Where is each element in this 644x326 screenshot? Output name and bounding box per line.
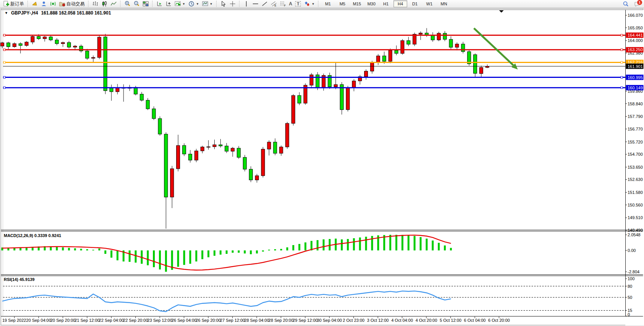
auto-trading-button[interactable]: 自动交易 [58, 0, 86, 8]
horizontal-line-tool-button[interactable] [251, 0, 260, 8]
text-label-tool-button[interactable]: T [294, 0, 302, 8]
tile-windows-button[interactable] [141, 0, 150, 8]
svg-text:163.250: 163.250 [628, 47, 643, 52]
toolbar-separator [239, 1, 240, 7]
svg-text:6 Oct 20:00: 6 Oct 20:00 [488, 318, 510, 323]
timeframe-button-M5[interactable]: M5 [336, 0, 349, 7]
svg-text:160.995: 160.995 [628, 75, 643, 80]
toolbar-separator [216, 1, 217, 7]
svg-text:26 Sep 04:00: 26 Sep 04:00 [172, 318, 196, 323]
text-tool-button[interactable]: A [287, 0, 294, 8]
channel-letter: E [275, 4, 276, 7]
svg-text:80: 80 [628, 284, 632, 289]
svg-text:20 Sep 04:00: 20 Sep 04:00 [26, 318, 51, 323]
vertical-line-icon [243, 1, 249, 7]
svg-text:156.770: 156.770 [628, 127, 643, 131]
svg-text:5 Oct 12:00: 5 Oct 12:00 [440, 318, 461, 323]
zoom-in-button[interactable] [123, 0, 132, 8]
indicator-list-button[interactable] [164, 0, 173, 8]
svg-text:27 Sep 12:00: 27 Sep 12:00 [220, 318, 245, 323]
chart-title-bar: ▼ GBPJPY-,H4 161.888 162.058 161.880 161… [5, 10, 111, 16]
template-icon [202, 1, 208, 7]
notification-badge: 1 [637, 0, 642, 5]
svg-text:-2.804: -2.804 [628, 270, 639, 274]
new-order-label: 新订单 [10, 1, 24, 7]
cursor-icon [220, 1, 226, 7]
crosshair-tool-button[interactable] [228, 0, 237, 8]
bar-chart-type-button[interactable] [91, 0, 100, 8]
svg-text:149.510: 149.510 [628, 215, 643, 220]
indicator-window-button[interactable] [155, 0, 164, 8]
svg-text:150.560: 150.560 [628, 203, 643, 207]
timeframe-button-H1[interactable]: H1 [379, 0, 393, 7]
toolbar-right-group: 1 [621, 0, 642, 8]
rsi-value: 45.9139 [19, 277, 35, 282]
new-order-button[interactable]: 新订单 [2, 0, 26, 8]
svg-text:158.840: 158.840 [628, 102, 643, 106]
line-chart-icon [111, 1, 117, 7]
svg-text:4 Oct 04:00: 4 Oct 04:00 [391, 318, 413, 323]
fibonacci-tool-button[interactable]: F [278, 0, 287, 8]
template-button[interactable]: ▼ [201, 0, 214, 8]
chart-symbol-title: GBPJPY-,H4 [11, 10, 38, 16]
svg-text:20 Sep 20:00: 20 Sep 20:00 [50, 318, 75, 323]
arrows-icon [304, 1, 310, 7]
experts-button[interactable] [39, 0, 48, 8]
svg-text:165.050: 165.050 [628, 26, 643, 30]
timeframe-button-M15[interactable]: M15 [350, 0, 364, 7]
timeframe-button-D1[interactable]: D1 [408, 0, 422, 7]
svg-text:6 Oct 04:00: 6 Oct 04:00 [464, 318, 486, 323]
collapse-triangle-icon[interactable]: ▼ [5, 11, 8, 15]
main-toolbar: 新订单 自动交易 [0, 0, 644, 8]
timeframe-button-MN[interactable]: MN [437, 0, 451, 7]
timeframe-button-M30[interactable]: M30 [365, 0, 378, 7]
line-chart-type-button[interactable] [109, 0, 118, 8]
zoom-out-button[interactable] [132, 0, 141, 8]
vertical-line-tool-button[interactable] [242, 0, 251, 8]
cursor-tool-button[interactable] [219, 0, 228, 8]
svg-text:100: 100 [628, 276, 634, 281]
search-button[interactable] [621, 0, 630, 8]
svg-text:29 Sep 12:00: 29 Sep 12:00 [293, 318, 318, 323]
channel-tool-button[interactable]: E [269, 0, 278, 8]
horizontal-line-icon [252, 1, 259, 7]
toolbar-separator [27, 1, 28, 7]
chevron-down-icon: ▼ [210, 2, 213, 6]
chat-bubble-icon: 1 [634, 1, 640, 7]
zoom-out-icon [133, 1, 140, 7]
svg-text:0.00: 0.00 [628, 248, 636, 253]
chevron-down-icon: ▼ [312, 2, 315, 6]
add-indicator-button[interactable]: ▼ [173, 0, 187, 8]
trendline-icon [262, 1, 268, 7]
svg-text:50: 50 [628, 295, 632, 300]
svg-text:4 Oct 20:00: 4 Oct 20:00 [416, 318, 437, 323]
arrows-tool-button[interactable]: ▼ [302, 0, 316, 8]
chart-canvas[interactable]: 166.070165.050164.000162.980159.860158.8… [0, 0, 644, 326]
toolbar-separator [318, 1, 319, 7]
macd-name: MACD(12,26,9) [4, 233, 33, 238]
timeframe-button-W1[interactable]: W1 [422, 0, 436, 7]
new-order-icon [3, 1, 9, 7]
rsi-name: RSI(14) [4, 277, 18, 282]
toolbar-separator [120, 1, 121, 7]
signals-button[interactable] [48, 0, 58, 8]
chevron-down-icon: ▼ [182, 2, 185, 6]
timeframe-toolbar: M1M5M15M30H1H4D1W1MN [321, 0, 451, 7]
clock-icon [188, 1, 194, 7]
svg-text:157.790: 157.790 [628, 114, 643, 119]
toolbar-separator [88, 1, 89, 7]
period-button[interactable]: ▼ [187, 0, 201, 8]
timeframe-button-M1[interactable]: M1 [321, 0, 335, 7]
experts-icon [41, 1, 47, 7]
notifications-button[interactable]: 1 [633, 0, 642, 8]
svg-text:148.490: 148.490 [628, 228, 643, 232]
trendline-tool-button[interactable] [260, 0, 269, 8]
macd-values: 0.3339 0.9241 [34, 233, 61, 238]
svg-text:0: 0 [628, 312, 630, 317]
svg-text:30 Sep 04:00: 30 Sep 04:00 [317, 318, 342, 323]
svg-text:155.720: 155.720 [628, 140, 643, 144]
add-indicator-icon [175, 1, 181, 7]
candlestick-chart-type-button[interactable] [100, 0, 109, 8]
alert-button[interactable] [30, 0, 39, 8]
timeframe-button-H4[interactable]: H4 [393, 0, 407, 7]
